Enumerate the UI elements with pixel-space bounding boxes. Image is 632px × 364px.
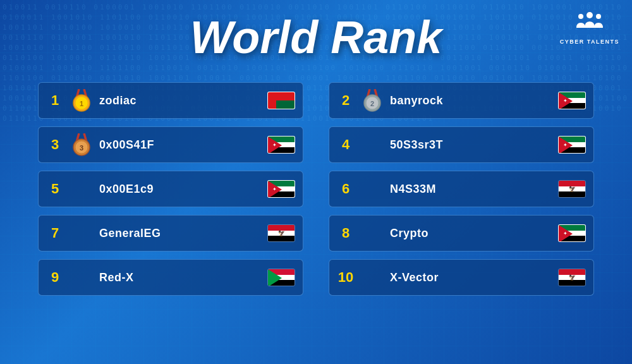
country-flag (267, 269, 295, 286)
username-label: Red-X (99, 271, 261, 284)
medal-icon (361, 178, 384, 200)
country-flag: ✦ (267, 180, 295, 198)
username-label: 0x00E1c9 (99, 183, 261, 196)
username-label: X-Vector (390, 271, 552, 284)
medal-icon (361, 133, 384, 156)
medal-icon (70, 178, 93, 200)
svg-point-0 (586, 12, 593, 18)
rank-row: 10X-Vector 🦅 (329, 259, 594, 296)
medal-icon (361, 266, 384, 289)
rank-row: 1 1 zodiac (38, 82, 303, 119)
page-title: World Rank (0, 11, 632, 63)
rank-number: 7 (46, 225, 64, 241)
country-flag: ✦ (558, 92, 586, 109)
svg-point-2 (596, 14, 601, 19)
country-flag: 🦅 (558, 180, 586, 198)
medal-icon: 3 (70, 133, 93, 156)
username-label: 50S3sr3T (390, 138, 552, 152)
medal-icon: 1 (70, 89, 93, 112)
medal-icon: 2 (361, 89, 384, 112)
rank-row: 2 2 banyrock ✦ (329, 82, 594, 119)
svg-text:3: 3 (80, 144, 83, 152)
medal-icon (361, 222, 384, 245)
logo-icon (574, 10, 605, 37)
rank-row: 8Crypto ✦ (329, 215, 594, 252)
rank-number: 10 (337, 269, 355, 286)
rank-row: 3 3 0x00S41F ✦ (38, 126, 303, 163)
country-flag: ✦ (267, 136, 295, 154)
username-label: 0x00S41F (99, 138, 261, 152)
rank-number: 6 (337, 181, 355, 197)
rank-number: 1 (46, 92, 64, 109)
country-flag: 🦅 (558, 269, 586, 286)
svg-point-1 (578, 14, 583, 19)
rank-number: 8 (337, 225, 355, 241)
username-label: N4S33M (390, 183, 552, 196)
country-flag (267, 92, 295, 109)
rank-row: 50x00E1c9 ✦ (38, 171, 303, 207)
logo-label: CYBER TALENTS (560, 39, 619, 45)
username-label: GeneralEG (99, 227, 261, 240)
rankings-container: 1 1 zodiac 2 2 banyrock ✦ 3 3 0x00S41F (38, 82, 594, 296)
rank-row: 450S3sr3T ✦ (329, 126, 594, 163)
medal-icon (70, 222, 93, 245)
username-label: Crypto (390, 227, 552, 240)
rank-row: 9Red-X (38, 259, 303, 296)
svg-text:2: 2 (370, 100, 374, 107)
country-flag: 🦅 (267, 224, 295, 242)
svg-text:1: 1 (80, 100, 83, 107)
rank-number: 3 (46, 136, 64, 153)
country-flag: ✦ (558, 224, 586, 242)
username-label: banyrock (390, 94, 552, 107)
username-label: zodiac (99, 94, 261, 107)
rank-row: 6N4S33M 🦅 (329, 171, 594, 207)
rank-row: 7GeneralEG 🦅 (38, 215, 303, 252)
rank-number: 2 (337, 92, 355, 109)
rank-number: 9 (46, 269, 64, 286)
rank-number: 5 (46, 181, 64, 197)
cyber-talents-logo: CYBER TALENTS (560, 10, 619, 45)
rank-number: 4 (337, 136, 355, 153)
medal-icon (70, 266, 93, 289)
country-flag: ✦ (558, 136, 586, 154)
